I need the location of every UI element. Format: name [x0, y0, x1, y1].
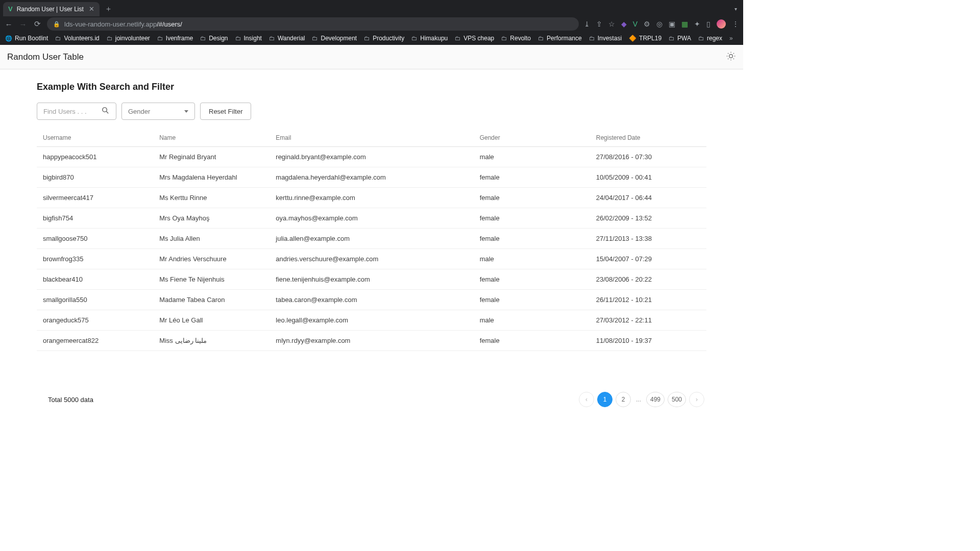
svg-line-4 — [733, 58, 734, 59]
table-row: smallgoose750Ms Julia Allenjulia.allen@e… — [37, 229, 706, 249]
ext-beta-icon[interactable]: ▦ — [681, 20, 688, 28]
bookmark-label: Volunteers.id — [64, 35, 99, 42]
folder-icon: 🔶 — [629, 35, 636, 42]
reload-button[interactable]: ⟳ — [33, 19, 42, 29]
col-email[interactable]: Email — [270, 129, 473, 147]
cell-date: 11/08/2010 - 19:37 — [590, 331, 706, 351]
folder-icon: 🗀 — [501, 35, 507, 42]
folder-icon: 🗀 — [157, 35, 163, 42]
bookmark-label: regex — [707, 35, 722, 42]
bookmark-item[interactable]: 🗀Productivity — [364, 35, 404, 42]
target-icon[interactable]: ◎ — [656, 20, 663, 28]
bookmark-star-icon[interactable]: ☆ — [608, 20, 615, 28]
bookmark-item[interactable]: 🗀Investasi — [589, 35, 622, 42]
back-button[interactable]: ← — [4, 20, 13, 29]
gear-icon[interactable]: ⚙ — [644, 20, 650, 28]
bookmark-label: Performance — [547, 35, 582, 42]
tabs-menu-icon[interactable]: ▾ — [734, 6, 740, 12]
cell-date: 27/03/2012 - 22:11 — [590, 310, 706, 331]
new-tab-button[interactable]: ＋ — [105, 4, 112, 14]
prev-page-button[interactable]: ‹ — [579, 392, 594, 407]
cell-name: Mrs Oya Mayhoş — [153, 208, 270, 229]
table-row: orangemeercat822Miss ملینا رضاییmlyn.rdy… — [37, 331, 706, 351]
theme-toggle-icon[interactable] — [726, 51, 736, 63]
col-date[interactable]: Registered Date — [590, 129, 706, 147]
chevron-down-icon — [184, 110, 188, 113]
folder-icon: 🗀 — [269, 35, 275, 42]
page-500[interactable]: 500 — [668, 392, 686, 407]
cell-username: orangeduck575 — [37, 310, 153, 331]
search-field[interactable] — [37, 103, 116, 120]
panel-icon[interactable]: ▯ — [706, 20, 710, 28]
search-input[interactable] — [43, 108, 100, 115]
cell-name: Mr Andries Verschuure — [153, 249, 270, 269]
cell-email: reginald.bryant@example.com — [270, 147, 473, 167]
page-499[interactable]: 499 — [646, 392, 665, 407]
bookmark-item[interactable]: 🗀Ivenframe — [157, 35, 193, 42]
share-icon[interactable]: ⇪ — [596, 20, 602, 28]
folder-icon: 🗀 — [698, 35, 704, 42]
bookmark-item[interactable]: 🔶TRPL19 — [629, 35, 662, 42]
cell-date: 27/08/2016 - 07:30 — [590, 147, 706, 167]
bookmark-item[interactable]: 🗀Performance — [538, 35, 582, 42]
vue-devtools-icon[interactable]: V — [633, 20, 638, 28]
profile-avatar[interactable] — [717, 19, 726, 29]
address-bar[interactable]: 🔒 lds-vue-random-user.netlify.app/#/user… — [47, 17, 579, 31]
col-username[interactable]: Username — [37, 129, 153, 147]
bookmark-item[interactable]: 🗀VPS cheap — [455, 35, 494, 42]
app-title: Random User Table — [7, 52, 84, 62]
col-gender[interactable]: Gender — [474, 129, 590, 147]
bookmark-item[interactable]: 🗀Design — [200, 35, 228, 42]
table-row: brownfrog335Mr Andries Verschuureandries… — [37, 249, 706, 269]
bookmark-item[interactable]: 🗀Wanderial — [269, 35, 305, 42]
cell-username: bigfish754 — [37, 208, 153, 229]
cell-username: brownfrog335 — [37, 249, 153, 269]
extension-icon[interactable]: ◆ — [621, 20, 627, 28]
cell-date: 24/04/2017 - 06:44 — [590, 188, 706, 208]
cell-username: silvermeercat417 — [37, 188, 153, 208]
box-icon[interactable]: ▣ — [669, 20, 675, 28]
next-page-button[interactable]: › — [689, 392, 704, 407]
bookmark-item[interactable]: 🗀Insight — [235, 35, 262, 42]
cell-name: Mr Léo Le Gall — [153, 310, 270, 331]
bookmark-item[interactable]: 🗀Development — [312, 35, 357, 42]
cell-gender: male — [474, 147, 590, 167]
table-row: orangeduck575Mr Léo Le Gallleo.legall@ex… — [37, 310, 706, 331]
extensions-puzzle-icon[interactable]: ✦ — [694, 20, 700, 28]
svg-point-0 — [729, 54, 733, 58]
gender-select[interactable]: Gender — [121, 103, 195, 120]
bookmarks-overflow-icon[interactable]: » — [729, 35, 733, 42]
bookmark-label: Development — [321, 35, 357, 42]
cell-gender: female — [474, 229, 590, 249]
bookmark-label: Revolto — [510, 35, 531, 42]
forward-button[interactable]: → — [18, 20, 28, 29]
bookmark-item[interactable]: 🗀Volunteers.id — [55, 35, 99, 42]
users-table: Username Name Email Gender Registered Da… — [37, 129, 706, 351]
bookmark-item[interactable]: 🌐Run Bootlint — [5, 35, 48, 42]
bookmark-label: TRPL19 — [639, 35, 662, 42]
col-name[interactable]: Name — [153, 129, 270, 147]
bookmark-item[interactable]: 🗀joinvolunteer — [107, 35, 150, 42]
page-2[interactable]: 2 — [616, 392, 631, 407]
svg-line-3 — [728, 53, 728, 54]
bookmark-item[interactable]: 🗀regex — [698, 35, 722, 42]
cell-username: blackbear410 — [37, 269, 153, 290]
page-1[interactable]: 1 — [597, 392, 612, 407]
bookmark-item[interactable]: 🗀Himakupu — [411, 35, 448, 42]
table-row: blackbear410Ms Fiene Te Nijenhuisfiene.t… — [37, 269, 706, 290]
cell-gender: male — [474, 310, 590, 331]
folder-icon: 🗀 — [538, 35, 544, 42]
install-app-icon[interactable]: ⤓ — [584, 20, 590, 28]
table-row: bigfish754Mrs Oya Mayhoşoya.mayhos@examp… — [37, 208, 706, 229]
bookmark-item[interactable]: 🗀Revolto — [501, 35, 531, 42]
browser-tab[interactable]: V Random User | User List ✕ — [3, 2, 100, 16]
page-ellipsis: ... — [634, 396, 643, 403]
bookmark-item[interactable]: 🗀PWA — [669, 35, 691, 42]
close-tab-icon[interactable]: ✕ — [84, 5, 94, 13]
url-path: /#/users/ — [157, 20, 182, 28]
bookmark-label: Run Bootlint — [15, 35, 48, 42]
svg-line-7 — [728, 58, 728, 59]
cell-gender: male — [474, 249, 590, 269]
reset-filter-button[interactable]: Reset Filter — [200, 103, 251, 120]
kebab-menu-icon[interactable]: ⋮ — [732, 20, 739, 28]
